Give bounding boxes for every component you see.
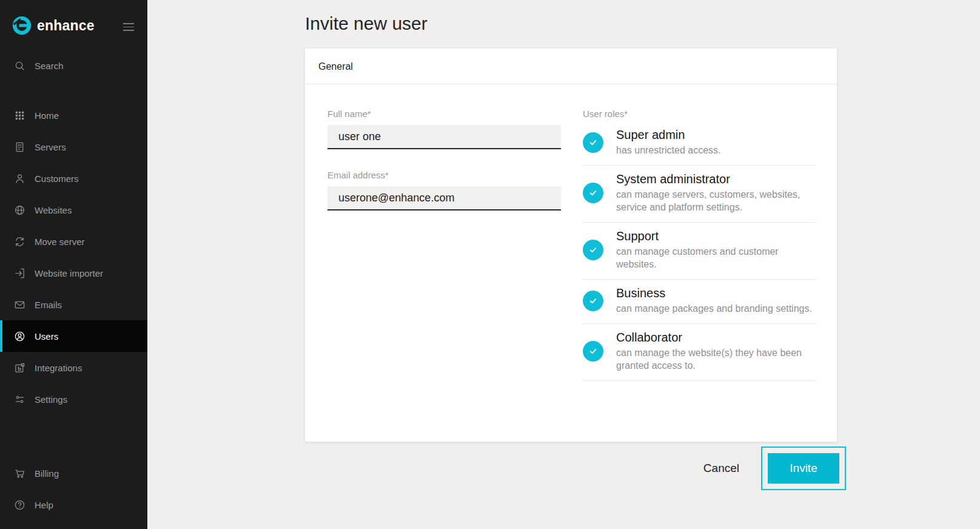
sidebar-item-label: Users bbox=[35, 331, 58, 342]
email-field-group: Email address* bbox=[327, 170, 561, 211]
role-row-support[interactable]: Support can manage customers and custome… bbox=[583, 223, 816, 280]
import-arrow-icon bbox=[14, 268, 25, 279]
check-icon bbox=[588, 137, 599, 148]
email-label: Email address* bbox=[327, 170, 561, 180]
sidebar-collapse-icon[interactable] bbox=[123, 23, 134, 32]
role-checkbox-checked[interactable] bbox=[583, 291, 603, 311]
brand-name: enhance bbox=[37, 18, 95, 34]
role-description: has unrestricted access. bbox=[616, 144, 721, 157]
integrations-icon bbox=[14, 362, 25, 374]
role-name: Super admin bbox=[616, 128, 721, 142]
sidebar-item-label: Help bbox=[35, 500, 53, 510]
role-checkbox-checked[interactable] bbox=[583, 183, 603, 203]
invite-button[interactable]: Invite bbox=[768, 453, 839, 484]
sidebar-item-help[interactable]: Help bbox=[0, 489, 147, 521]
role-name: System administrator bbox=[616, 172, 816, 186]
sidebar-item-website-importer[interactable]: Website importer bbox=[0, 257, 147, 289]
full-name-input[interactable] bbox=[327, 125, 561, 149]
check-icon bbox=[588, 187, 599, 198]
main-content: Invite new user General Full name* Email… bbox=[147, 0, 980, 529]
sidebar-item-label: Integrations bbox=[35, 363, 82, 373]
sidebar-item-label: Move server bbox=[35, 237, 85, 247]
envelope-icon bbox=[14, 299, 25, 311]
user-roles-label: User roles* bbox=[583, 109, 816, 119]
question-circle-icon bbox=[14, 499, 25, 511]
invite-button-focus-ring: Invite bbox=[761, 446, 846, 490]
invite-user-card: General Full name* Email address* User r… bbox=[305, 49, 837, 442]
search-icon bbox=[14, 60, 25, 72]
check-icon bbox=[588, 295, 599, 306]
sliders-icon bbox=[14, 394, 25, 405]
home-grid-icon bbox=[14, 110, 25, 121]
cancel-button[interactable]: Cancel bbox=[688, 446, 755, 490]
email-input[interactable] bbox=[327, 186, 561, 211]
sidebar-item-label: Settings bbox=[35, 394, 67, 405]
sidebar-item-label: Home bbox=[35, 110, 59, 121]
sidebar-item-websites[interactable]: Websites bbox=[0, 194, 147, 226]
role-row-business[interactable]: Business can manage packages and brandin… bbox=[583, 280, 816, 324]
enhance-logo-icon bbox=[12, 16, 32, 35]
sidebar-item-customers[interactable]: Customers bbox=[0, 163, 147, 194]
role-name: Collaborator bbox=[616, 331, 816, 345]
cart-icon bbox=[14, 468, 25, 479]
sidebar-item-integrations[interactable]: Integrations bbox=[0, 352, 147, 383]
sidebar-item-billing[interactable]: Billing bbox=[0, 457, 147, 489]
sidebar-item-label: Website importer bbox=[35, 268, 103, 278]
person-icon bbox=[14, 173, 25, 184]
role-name: Business bbox=[616, 286, 812, 300]
sidebar-item-home[interactable]: Home bbox=[0, 99, 147, 131]
role-row-system-administrator[interactable]: System administrator can manage servers,… bbox=[583, 166, 816, 223]
full-name-label: Full name* bbox=[327, 109, 561, 119]
role-row-super-admin[interactable]: Super admin has unrestricted access. bbox=[583, 121, 816, 166]
full-name-field-group: Full name* bbox=[327, 109, 561, 149]
page-title: Invite new user bbox=[305, 13, 428, 34]
form-actions: Cancel Invite bbox=[305, 446, 846, 490]
sidebar: enhance Search Home Servers Customers We… bbox=[0, 0, 147, 529]
role-description: can manage packages and branding setting… bbox=[616, 302, 812, 315]
role-description: can manage customers and customer websit… bbox=[616, 245, 816, 271]
card-header: General bbox=[305, 49, 837, 84]
sidebar-item-search[interactable]: Search bbox=[0, 50, 147, 81]
sidebar-item-label: Websites bbox=[35, 205, 72, 215]
sidebar-item-emails[interactable]: Emails bbox=[0, 289, 147, 320]
sidebar-item-label: Billing bbox=[35, 468, 59, 479]
check-icon bbox=[588, 346, 599, 357]
sync-arrows-icon bbox=[14, 236, 25, 248]
sidebar-item-move-server[interactable]: Move server bbox=[0, 226, 147, 257]
sidebar-item-users[interactable]: Users bbox=[0, 320, 147, 352]
sidebar-item-settings[interactable]: Settings bbox=[0, 383, 147, 415]
role-checkbox-checked[interactable] bbox=[583, 132, 603, 153]
user-circle-icon bbox=[14, 331, 25, 342]
server-icon bbox=[14, 141, 25, 153]
sidebar-item-servers[interactable]: Servers bbox=[0, 131, 147, 163]
sidebar-item-label: Servers bbox=[35, 142, 66, 152]
role-checkbox-checked[interactable] bbox=[583, 240, 603, 260]
role-name: Support bbox=[616, 229, 816, 243]
role-checkbox-checked[interactable] bbox=[583, 341, 603, 362]
check-icon bbox=[588, 244, 599, 255]
role-description: can manage the website(s) they have been… bbox=[616, 346, 816, 372]
sidebar-item-label: Customers bbox=[35, 174, 79, 184]
sidebar-item-label: Search bbox=[35, 61, 64, 71]
role-description: can manage servers, customers, websites,… bbox=[616, 188, 816, 214]
role-row-collaborator[interactable]: Collaborator can manage the website(s) t… bbox=[583, 324, 816, 381]
globe-icon bbox=[14, 204, 25, 216]
sidebar-item-label: Emails bbox=[35, 300, 62, 310]
